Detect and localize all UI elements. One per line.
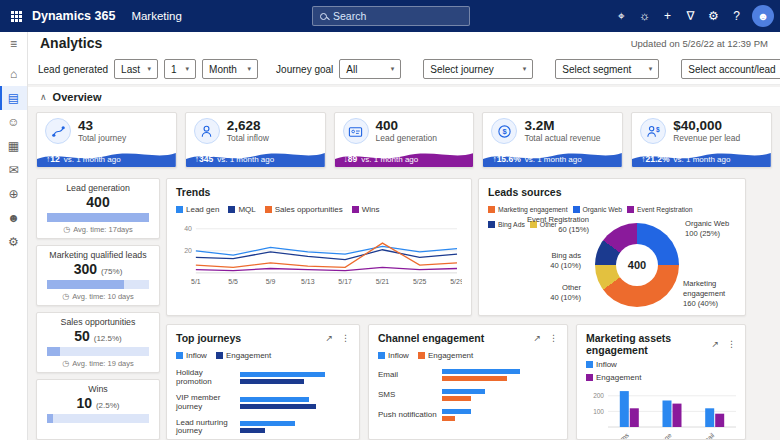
kpi-label: Total inflow — [227, 133, 269, 143]
donut-label-marketing-engagement: Marketing engagement160 (40%) — [683, 279, 745, 309]
send-icon[interactable]: ⌖ — [610, 0, 633, 32]
filter-icon[interactable]: ∇ — [679, 0, 702, 32]
menu-icon[interactable]: ≡ — [0, 32, 27, 56]
app-name[interactable]: Marketing — [131, 10, 182, 22]
people-icon[interactable]: ☺ — [0, 110, 27, 134]
popout-icon[interactable]: ↗ — [533, 333, 541, 343]
legend-swatch — [378, 352, 385, 359]
funnel-card-wins: Wins 10 (2.5%) — [36, 379, 160, 440]
kpi-delta: ↑12vs. 1 month ago — [46, 154, 121, 164]
bar-inflow — [442, 409, 471, 414]
legend-item: Engagement — [216, 350, 271, 361]
legend-swatch — [488, 206, 495, 213]
kpi-card-total-journey: 43Total journey ↑12vs. 1 month ago — [36, 112, 177, 168]
funnel-bar — [47, 280, 149, 289]
channel-engagement-card: Channel engagement ↗ ⋮ InflowEngagement … — [368, 324, 568, 440]
more-options-icon[interactable]: ⋮ — [727, 339, 736, 349]
legend-item: Inflow — [378, 350, 409, 361]
select-journey-dropdown[interactable]: Select journey▾ — [423, 59, 533, 79]
calendar-icon[interactable]: ▦ — [0, 134, 27, 158]
web-icon[interactable]: ⊕ — [0, 182, 27, 206]
bar-inflow — [240, 397, 309, 402]
bar-inflow — [240, 372, 325, 377]
lead-generated-label: Lead generated — [38, 64, 108, 75]
donut-label-organic-web: Organic Web100 (25%) — [685, 219, 745, 239]
kpi-card-lead-generation: 400Lead generation ↓89vs. 1 month ago — [334, 112, 475, 168]
funnel-value: 50 (12.5%) — [43, 328, 153, 344]
leads-sources-title: Leads sources — [488, 186, 736, 198]
chevron-down-icon: ▾ — [391, 65, 395, 73]
svg-text:Forms: Forms — [611, 431, 630, 440]
updated-timestamp: Updated on 5/26/22 at 12:39 PM — [631, 38, 768, 49]
analytics-icon[interactable]: ▤ — [0, 86, 27, 110]
chevron-down-icon: ▾ — [248, 65, 252, 73]
legend-swatch — [586, 361, 593, 368]
funnel-title: Wins — [43, 384, 153, 394]
kpi-delta: ↓89vs. 1 month ago — [344, 154, 419, 164]
overview-section-header[interactable]: ∧ Overview — [28, 87, 780, 107]
kpi-value: 3.2M — [524, 119, 600, 134]
collapse-chevron-icon[interactable]: ∧ — [40, 92, 47, 102]
add-icon[interactable]: + — [656, 0, 679, 32]
bar-engagement — [240, 428, 265, 433]
page-header: Analytics Updated on 5/26/22 at 12:39 PM — [28, 32, 780, 54]
popout-icon[interactable]: ↗ — [711, 339, 719, 349]
svg-text:5/1: 5/1 — [191, 278, 201, 285]
funnel-title: Marketing qualified leads — [43, 250, 153, 260]
top-journeys-card: Top journeys ↗ ⋮ InflowEngagement Holida… — [166, 324, 360, 440]
lightbulb-icon[interactable]: ☼ — [633, 0, 656, 32]
channel-engagement-bars: EmailSMSPush notification — [378, 369, 558, 421]
journey-goal-dropdown[interactable]: All▾ — [339, 59, 401, 79]
more-options-icon[interactable]: ⋮ — [341, 333, 350, 343]
channel-engagement-title: Channel engagement — [378, 332, 525, 344]
svg-text:Web page: Web page — [646, 432, 674, 440]
select-account-dropdown[interactable]: Select account/lead▾ — [681, 59, 780, 79]
chevron-down-icon: ▾ — [186, 65, 190, 73]
email-icon[interactable]: ✉ — [0, 158, 27, 182]
select-segment-dropdown[interactable]: Select segment▾ — [555, 59, 659, 79]
more-options-icon[interactable]: ⋮ — [549, 333, 558, 343]
settings-icon[interactable]: ⚙ — [702, 0, 725, 32]
kpi-card-total-inflow: 2,628Total inflow ↑345vs. 1 month ago — [185, 112, 326, 168]
search-placeholder: Search — [333, 10, 366, 22]
legend-item: Inflow — [586, 359, 727, 370]
legend-swatch — [418, 352, 425, 359]
person-icon[interactable]: ☻ — [0, 206, 27, 230]
bar-engagement — [442, 396, 471, 401]
bar-inflow — [442, 389, 485, 394]
channel-engagement-legend: InflowEngagement — [378, 348, 558, 363]
svg-text:20: 20 — [184, 248, 192, 255]
bar-row-label: VIP member journey — [176, 394, 240, 411]
svg-text:$: $ — [656, 126, 660, 134]
filter-last-dropdown[interactable]: Last▾ — [114, 59, 158, 79]
assets-engagement-legend: InflowEngagement — [586, 359, 736, 383]
dashboard-grid: Lead generation 400 ◷Avg. time: 17days M… — [28, 174, 780, 440]
funnel-bar — [47, 347, 149, 356]
kpi-delta: ↑345vs. 1 month ago — [195, 154, 274, 164]
search-icon — [320, 13, 327, 20]
filter-period-dropdown[interactable]: Month▾ — [202, 59, 258, 79]
legend-swatch — [265, 206, 272, 213]
topbar-actions: ⌖☼+∇⚙?☻ — [610, 0, 780, 32]
app-launcher-icon[interactable] — [0, 0, 30, 32]
donut-label-bing-ads: Bing ads40 (10%) — [515, 251, 581, 271]
trends-legend: Lead genMQLSales opportunitiesWins — [176, 202, 462, 217]
gear-icon[interactable]: ⚙ — [0, 230, 27, 254]
help-icon[interactable]: ? — [725, 0, 748, 32]
search-input[interactable]: Search — [312, 6, 470, 26]
avatar[interactable]: ☻ — [752, 5, 774, 27]
filter-number-dropdown[interactable]: 1▾ — [164, 59, 196, 79]
bar-row: Push notification — [378, 409, 558, 421]
popout-icon[interactable]: ↗ — [325, 333, 333, 343]
funnel-card-lead-generation: Lead generation 400 ◷Avg. time: 17days — [36, 178, 160, 239]
kpi-value: 2,628 — [227, 119, 269, 134]
trends-line-chart: 20405/15/55/95/135/175/215/255/29 — [176, 217, 462, 295]
overview-title: Overview — [53, 91, 102, 103]
legend-item: Engagement — [418, 350, 473, 361]
bar-row-label: Lead nurturing journey — [176, 419, 240, 436]
home-icon[interactable]: ⌂ — [0, 62, 27, 86]
funnel-title: Sales opportunities — [43, 317, 153, 327]
bar-engagement — [240, 404, 316, 409]
assets-engagement-title: Marketing assets engagement — [586, 332, 703, 356]
svg-text:Marketing email: Marketing email — [676, 431, 717, 440]
